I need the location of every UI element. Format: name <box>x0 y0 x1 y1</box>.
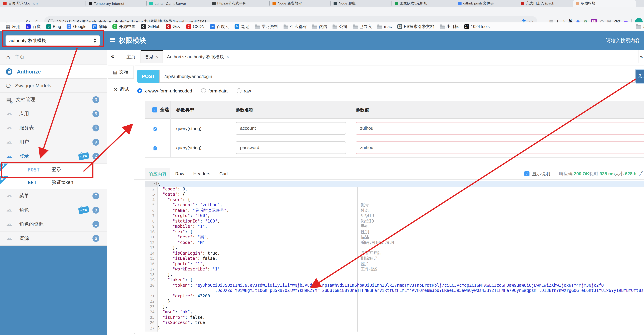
sidebar-item[interactable]: ☁角色NEW8 <box>0 203 107 217</box>
param-value-input[interactable]: zuihou <box>356 122 644 134</box>
tab-debug[interactable]: ⚒调试 <box>108 79 134 100</box>
folder-icon <box>353 25 358 29</box>
sidebar-item[interactable]: ☁服务表6 <box>0 121 107 135</box>
fold-arrow-icon[interactable]: ▾ <box>154 278 157 283</box>
body-type-radio[interactable]: form-data <box>201 88 228 93</box>
bookmark-item[interactable]: 百百度 <box>23 24 44 30</box>
bookmark-label: 1024Tools <box>471 24 490 29</box>
bookmark-item[interactable]: 什么都有 <box>281 24 310 30</box>
response-tab[interactable]: Raw <box>170 168 189 180</box>
line-number: 19 <box>145 278 154 283</box>
bookmark-item[interactable]: G码云 <box>163 24 184 30</box>
tab-title: Node 免费教程 <box>278 1 302 6</box>
api-cloud-icon: ☁ <box>6 221 15 227</box>
bookmarks-bar: ▦应用百百度bBingGGoogle译翻译C开源中国GGitHubG码云CCSD… <box>0 22 644 31</box>
body-type-radio[interactable]: raw <box>236 88 251 93</box>
send-button[interactable]: 发送 <box>636 70 644 83</box>
show-desc-checkbox[interactable]: ✓ <box>524 171 530 176</box>
endpoint-path-input[interactable]: /api/authority/anno/login <box>159 70 636 83</box>
bookmark-item[interactable]: 公司 <box>330 24 350 30</box>
sidebar-item[interactable]: ☁菜单7 <box>0 189 107 203</box>
bookmark-item[interactable]: ESES搜索引擎文档 <box>394 24 437 30</box>
line-number: 14 <box>145 251 154 256</box>
bookmark-item[interactable]: ✎笔记 <box>232 24 252 30</box>
param-name-input[interactable]: account <box>236 122 346 134</box>
fold-arrow-icon[interactable]: ▾ <box>154 229 157 234</box>
param-checkbox[interactable]: ✓ <box>154 127 156 131</box>
browser-tab[interactable]: https://分布式事务 <box>209 0 270 7</box>
status-value: 200 OK <box>574 171 589 176</box>
bookmark-item[interactable]: ∞百度云 <box>207 24 232 30</box>
hamburger-icon[interactable] <box>110 38 115 38</box>
bookmark-item[interactable]: C开源中国 <box>110 24 138 30</box>
content-tab[interactable]: 登录× <box>141 50 163 63</box>
header-label: 参数名称 <box>236 101 254 119</box>
select-all-checkbox[interactable]: ✓ <box>152 107 157 112</box>
radio-icon[interactable] <box>137 88 142 93</box>
sidebar-item[interactable]: ☁登录NEW2 <box>0 150 107 164</box>
fold-arrow-icon[interactable]: ▾ <box>154 197 157 202</box>
param-checkbox[interactable]: ✓ <box>154 146 156 150</box>
bookmark-item[interactable]: mac <box>374 24 394 29</box>
bookmark-item[interactable]: GGitHub <box>138 24 163 29</box>
content-tab[interactable]: 主页 <box>122 50 141 63</box>
bookmark-item[interactable]: 241024Tools <box>462 24 492 29</box>
module-select[interactable]: authority-权限模块 <box>6 35 100 46</box>
field-description: 编码,可用值:W,M <box>361 240 485 245</box>
line-number: 24 <box>145 310 154 315</box>
sidebar-item[interactable]: ☁角色的资源1 <box>0 217 107 232</box>
tab-document[interactable]: ▤文档 <box>108 66 134 79</box>
line-number: 16 <box>145 261 154 267</box>
response-tab[interactable]: Headers <box>189 168 214 180</box>
browser-tab[interactable]: 首页 登录/doc.html <box>0 0 86 7</box>
bookmark-item[interactable]: ▦应用 <box>3 24 23 30</box>
browser-tab[interactable]: Luna - CampServer <box>146 0 209 7</box>
sidebar-item[interactable]: ☁用户9 <box>0 135 107 150</box>
bookmark-item[interactable]: 小目标 <box>437 24 462 30</box>
sidebar-item[interactable]: ☁应用5 <box>0 107 107 121</box>
sidebar-item[interactable]: Authorize <box>0 64 107 79</box>
bookmark-item[interactable]: 已导入 <box>350 24 374 30</box>
radio-icon[interactable] <box>236 88 241 93</box>
select-arrows-icon <box>94 38 96 43</box>
fullscreen-icon[interactable]: ↗↙ <box>638 171 643 177</box>
bookmark-item[interactable]: 微信 <box>310 24 330 30</box>
bookmark-item[interactable]: bBing <box>44 24 64 29</box>
param-name-input[interactable]: password <box>236 142 346 154</box>
response-tab[interactable]: 响应内容 <box>145 168 170 180</box>
tree-line <box>16 164 16 189</box>
radio-icon[interactable] <box>201 88 206 93</box>
fold-arrow-icon[interactable]: ▾ <box>154 192 157 197</box>
sidebar-item-label: 应用 <box>19 111 29 117</box>
fold-arrow-icon[interactable]: ▾ <box>154 181 157 186</box>
bookmark-item[interactable]: 译翻译 <box>89 24 110 30</box>
radio-label: form-data <box>208 88 228 93</box>
expand-tabs-icon[interactable]: » <box>638 50 644 63</box>
folder-icon <box>312 25 317 29</box>
browser-tab[interactable]: 忘大门走入 (pack <box>518 0 572 7</box>
bookmark-item[interactable]: 学习资料 <box>252 24 281 30</box>
collapse-sidebar-icon[interactable]: « <box>111 53 114 59</box>
response-tab[interactable]: Curl <box>214 168 232 180</box>
browser-tab[interactable]: 权限模块 <box>572 0 636 7</box>
browser-tab[interactable]: Node 爬虫 <box>330 0 392 7</box>
browser-tab[interactable]: Temporary Internet <box>86 0 146 7</box>
browser-tab[interactable]: 国家队次5元抓妖 <box>392 0 455 7</box>
bookmark-item[interactable]: CCSDN <box>184 24 207 29</box>
bookmark-item[interactable]: GGoogle <box>64 24 89 29</box>
close-tab-icon[interactable]: × <box>226 54 229 59</box>
bookmarks-overflow[interactable]: 其 <box>636 24 644 29</box>
field-description: 照片 <box>361 261 485 267</box>
code-token <box>158 310 163 314</box>
header-search[interactable]: 请输入搜索内容 <box>606 38 640 44</box>
browser-tab[interactable]: github push 文件夹 <box>455 0 518 7</box>
sidebar-item[interactable]: ⌂主页 <box>0 50 107 64</box>
sidebar-item[interactable]: ☁资源6 <box>0 232 107 246</box>
body-type-radio[interactable]: x-www-form-urlencoded <box>137 88 192 93</box>
content-tab[interactable]: Authorize-authority-权限模块× <box>163 50 233 63</box>
param-value-input[interactable]: zuihou <box>356 142 644 154</box>
sidebar-item[interactable]: ⎔Swagger Models <box>0 79 107 93</box>
browser-tab[interactable]: Node 免费教程 <box>270 0 330 7</box>
close-tab-icon[interactable]: × <box>156 55 158 60</box>
sidebar-item[interactable]: ▤文档管理3 <box>0 93 107 107</box>
